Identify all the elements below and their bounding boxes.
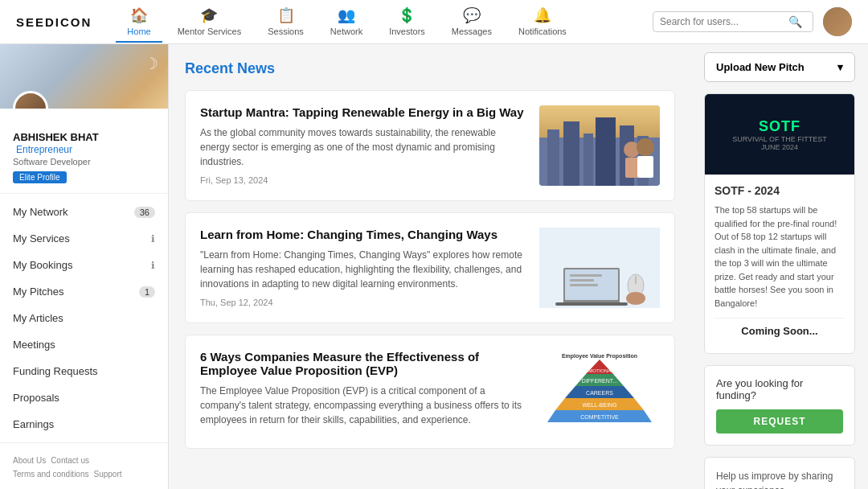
footer-about[interactable]: About Us	[13, 456, 46, 465]
sotf-logo: SOTF	[732, 118, 827, 135]
news-content-1: Startup Mantra: Tapping Renewable Energy…	[200, 105, 526, 185]
news-excerpt-3: The Employee Value Proposition (EVP) is …	[200, 384, 526, 427]
news-image-1	[539, 105, 660, 186]
page-layout: ☽ ABHISHEK BHAT Entrepreneur Software De…	[0, 44, 868, 489]
nav-mentor-services[interactable]: 🎓 Mentor Services	[166, 2, 252, 43]
nav-network[interactable]: 👥 Network	[319, 2, 374, 43]
svg-rect-18	[570, 279, 594, 281]
sidebar-item-earnings[interactable]: Earnings	[0, 411, 168, 438]
sidebar-item-my-bookings[interactable]: My Bookings ℹ	[0, 252, 168, 278]
sotf-title: SOTF - 2024	[714, 184, 845, 197]
svg-text:WELL-BEING: WELL-BEING	[582, 402, 616, 408]
sidebar: ☽ ABHISHEK BHAT Entrepreneur Software De…	[0, 44, 169, 489]
news-title-1: Startup Mantra: Tapping Renewable Energy…	[200, 105, 526, 119]
news-excerpt-2: "Learn from Home: Changing Times, Changi…	[200, 248, 526, 291]
sidebar-footer: About Us Contact us Terms and conditions…	[0, 442, 168, 489]
top-nav: SEEDICON 🏠 Home 🎓 Mentor Services 📋 Sess…	[0, 0, 868, 44]
sidebar-item-proposals[interactable]: Proposals	[0, 384, 168, 411]
nav-notifications[interactable]: 🔔 Notifications	[507, 2, 578, 43]
news-content-2: Learn from Home: Changing Times, Changin…	[200, 228, 526, 307]
sidebar-item-funding-requests[interactable]: Funding Requests	[0, 358, 168, 384]
svg-rect-16	[555, 302, 628, 306]
info-icon-services: ℹ	[151, 233, 155, 244]
sotf-card: SOTF SURVIVAL OF THE FITTEST JUNE 2024 S…	[704, 93, 855, 354]
news-image-2	[539, 228, 660, 308]
funding-question: Are you looking for funding?	[716, 377, 843, 401]
profile-name-row: ABHISHEK BHAT Entrepreneur	[13, 131, 155, 155]
elite-badge[interactable]: Elite Profile	[13, 171, 67, 183]
evp-chart: Employee Value Proposition COMPETITIVE W…	[539, 350, 660, 430]
sotf-body: SOTF - 2024 The top 58 startups will be …	[705, 175, 854, 353]
sessions-icon: 📋	[277, 6, 295, 24]
sotf-banner: SOTF SURVIVAL OF THE FITTEST JUNE 2024	[705, 94, 854, 175]
section-title: Recent News	[185, 60, 675, 77]
news-title-2: Learn from Home: Changing Times, Changin…	[200, 228, 526, 241]
nav-sessions[interactable]: 📋 Sessions	[256, 2, 315, 43]
svg-rect-10	[625, 158, 638, 178]
profile-banner: ☽	[0, 44, 168, 109]
sotf-subtitle: SURVIVAL OF THE FITTEST	[732, 135, 827, 143]
moon-icon: ☽	[144, 54, 158, 73]
news-content-3: 6 Ways Companies Measure the Effectivene…	[200, 350, 526, 434]
right-panel: Upload New Pitch ▾ SOTF SURVIVAL OF THE …	[691, 44, 868, 489]
sotf-coming-soon: Coming Soon...	[714, 318, 845, 343]
footer-terms[interactable]: Terms and conditions	[13, 470, 89, 479]
sidebar-item-my-pitches[interactable]: My Pitches 1	[0, 278, 168, 305]
news-title-3: 6 Ways Companies Measure the Effectivene…	[200, 350, 526, 377]
sidebar-menu: My Network 36 My Services ℹ My Bookings …	[0, 193, 168, 442]
svg-text:COMPETITIVE: COMPETITIVE	[580, 414, 619, 420]
svg-rect-4	[563, 121, 579, 186]
svg-rect-6	[596, 117, 616, 186]
network-count: 36	[134, 207, 155, 218]
footer-contact[interactable]: Contact us	[51, 456, 89, 465]
chevron-down-icon: ▾	[837, 61, 843, 73]
profile-role: Entrepreneur	[16, 144, 72, 155]
profile-title: Software Developer	[13, 157, 155, 166]
home-icon: 🏠	[130, 6, 148, 24]
logo: SEEDICON	[16, 15, 92, 29]
svg-text:DIFFERENT...: DIFFERENT...	[582, 378, 617, 384]
news-date-2: Thu, Sep 12, 2024	[200, 298, 526, 307]
svg-rect-5	[583, 134, 593, 186]
footer-support[interactable]: Support	[94, 470, 122, 479]
info-icon-bookings: ℹ	[151, 260, 155, 271]
sidebar-item-my-services[interactable]: My Services ℹ	[0, 225, 168, 252]
svg-rect-21	[635, 276, 637, 284]
network-icon: 👥	[338, 6, 355, 24]
sidebar-item-my-network[interactable]: My Network 36	[0, 199, 168, 225]
svg-rect-12	[637, 156, 653, 178]
svg-point-22	[626, 292, 645, 305]
news-card-1[interactable]: Startup Mantra: Tapping Renewable Energy…	[185, 90, 675, 201]
footer-links: About Us Contact us Terms and conditions…	[13, 456, 155, 479]
nav-investors[interactable]: 💲 Investors	[378, 2, 436, 43]
svg-rect-3	[547, 129, 559, 186]
nav-home[interactable]: 🏠 Home	[116, 2, 162, 43]
sidebar-item-my-articles[interactable]: My Articles	[0, 305, 168, 331]
main-content: Recent News Startup Mantra: Tapping Rene…	[169, 44, 691, 489]
investors-icon: 💲	[398, 6, 416, 24]
search-input[interactable]	[660, 16, 788, 27]
mentor-icon: 🎓	[200, 6, 218, 24]
search-bar: 🔍	[653, 11, 813, 32]
svg-point-11	[637, 138, 654, 156]
improve-card: Help us improve by sharing your experien…	[704, 457, 855, 489]
messages-icon: 💬	[463, 6, 481, 24]
pitches-count: 1	[139, 286, 155, 298]
news-date-1: Fri, Sep 13, 2024	[200, 175, 526, 185]
request-funding-button[interactable]: REQUEST	[716, 409, 843, 434]
news-card-2[interactable]: Learn from Home: Changing Times, Changin…	[185, 212, 675, 323]
svg-text:EMOTIONAL: EMOTIONAL	[585, 368, 614, 373]
sidebar-item-meetings[interactable]: Meetings	[0, 331, 168, 358]
nav-items: 🏠 Home 🎓 Mentor Services 📋 Sessions 👥 Ne…	[116, 2, 653, 43]
upload-new-pitch-button[interactable]: Upload New Pitch ▾	[704, 52, 855, 82]
nav-messages[interactable]: 💬 Messages	[440, 2, 503, 43]
search-button[interactable]: 🔍	[788, 15, 802, 28]
sotf-date-banner: JUNE 2024	[732, 143, 827, 151]
funding-card: Are you looking for funding? REQUEST	[704, 365, 855, 446]
profile-name: ABHISHEK BHAT	[13, 131, 99, 143]
news-excerpt-1: As the global community moves towards su…	[200, 125, 526, 169]
profile-info: ABHISHEK BHAT Entrepreneur Software Deve…	[0, 109, 168, 193]
svg-rect-19	[570, 284, 598, 286]
news-card-3[interactable]: 6 Ways Companies Measure the Effectivene…	[185, 335, 675, 449]
avatar[interactable]	[823, 7, 852, 36]
